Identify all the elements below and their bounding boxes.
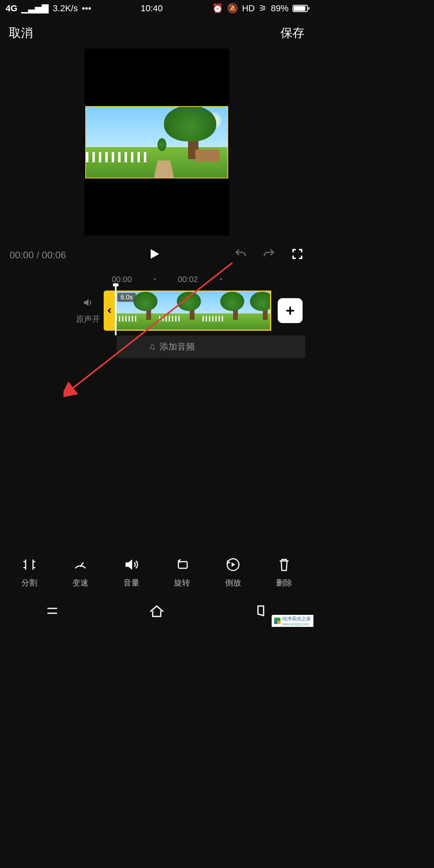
current-time: 00:00: [10, 250, 34, 260]
video-track[interactable]: 6.0s +: [104, 291, 303, 331]
home-button[interactable]: [147, 601, 166, 622]
playback-controls: 00:00 / 00:06: [0, 235, 313, 269]
original-sound-label: 原声开: [76, 315, 100, 323]
system-nav-bar: [0, 596, 313, 627]
watermark: 纯净系统之家 www.ycwjzy.com: [272, 615, 313, 627]
tool-reverse-label: 倒放: [225, 578, 241, 587]
ruler-dot: •: [219, 275, 222, 284]
watermark-icon: [274, 618, 280, 624]
speed-icon: [58, 556, 102, 573]
clip-left-handle[interactable]: [104, 291, 116, 331]
undo-button[interactable]: [234, 247, 248, 263]
redo-button[interactable]: [262, 247, 276, 263]
recents-button[interactable]: [43, 601, 62, 622]
tool-delete[interactable]: 删除: [262, 556, 306, 588]
tool-split-label: 分割: [21, 578, 37, 587]
play-button[interactable]: [147, 247, 162, 264]
speed-label: 3.2K/s: [53, 3, 78, 14]
trash-icon: [262, 556, 306, 573]
svg-rect-1: [178, 562, 187, 569]
battery-icon: [293, 5, 308, 12]
tool-volume[interactable]: 音量: [109, 556, 154, 588]
battery-pct: 89%: [271, 3, 289, 14]
watermark-url: www.ycwjzy.com: [282, 622, 311, 626]
rotate-icon: [160, 556, 204, 573]
status-bar: 4G ▁▃▅▇ 3.2K/s ••• 10:40 ⏰ 🔕 HD ⚞ 89%: [0, 0, 313, 17]
dnd-icon: 🔕: [227, 3, 238, 14]
original-sound-toggle[interactable]: 原声开: [72, 297, 104, 325]
signal-bars-icon: ▁▃▅▇: [21, 3, 49, 14]
more-icon: •••: [82, 3, 91, 14]
reverse-icon: [211, 556, 255, 573]
fullscreen-button[interactable]: [291, 248, 304, 263]
hd-label: HD: [242, 3, 255, 14]
playhead[interactable]: [115, 287, 117, 336]
tool-split[interactable]: 分割: [7, 556, 51, 588]
clip-duration-badge: 6.0s: [117, 293, 136, 302]
save-button[interactable]: 保存: [280, 25, 305, 41]
tool-volume-label: 音量: [123, 578, 139, 587]
preview-frame: [85, 106, 228, 178]
timeline-ruler[interactable]: 00:00 • 00:02 •: [0, 269, 313, 288]
tool-speed[interactable]: 变速: [58, 556, 102, 588]
time-sep: /: [34, 250, 42, 260]
watermark-title: 纯净系统之家: [282, 616, 311, 622]
network-label: 4G: [6, 3, 17, 14]
music-note-icon: ♫: [149, 342, 156, 352]
speaker-icon: [72, 297, 104, 311]
tool-reverse[interactable]: 倒放: [211, 556, 255, 588]
editor-topbar: 取消 保存: [0, 17, 313, 46]
clip-thumbnails[interactable]: [116, 291, 271, 331]
back-button[interactable]: [252, 601, 271, 622]
time-display: 00:00 / 00:06: [10, 250, 66, 261]
total-time: 00:06: [42, 250, 66, 260]
tool-rotate[interactable]: 旋转: [160, 556, 204, 588]
tool-bar: 分割 变速 音量 旋转 倒放 删除: [0, 556, 313, 588]
clock: 10:40: [141, 3, 163, 14]
tool-rotate-label: 旋转: [174, 578, 190, 587]
ruler-dot: •: [154, 275, 156, 284]
alarm-icon: ⏰: [212, 3, 223, 14]
cancel-button[interactable]: 取消: [9, 25, 33, 41]
split-icon: [7, 556, 51, 573]
ruler-tick-1: 00:02: [178, 275, 198, 284]
add-audio-label: 添加音频: [160, 341, 195, 353]
ruler-tick-0: 00:00: [112, 275, 132, 284]
tool-delete-label: 删除: [276, 578, 292, 587]
video-preview[interactable]: [84, 49, 229, 235]
volume-icon: [109, 556, 154, 573]
tool-speed-label: 变速: [72, 578, 88, 587]
add-audio-track[interactable]: ♫ 添加音频: [117, 336, 305, 358]
wifi-icon: ⚞: [259, 3, 267, 14]
add-clip-button[interactable]: +: [278, 298, 303, 323]
